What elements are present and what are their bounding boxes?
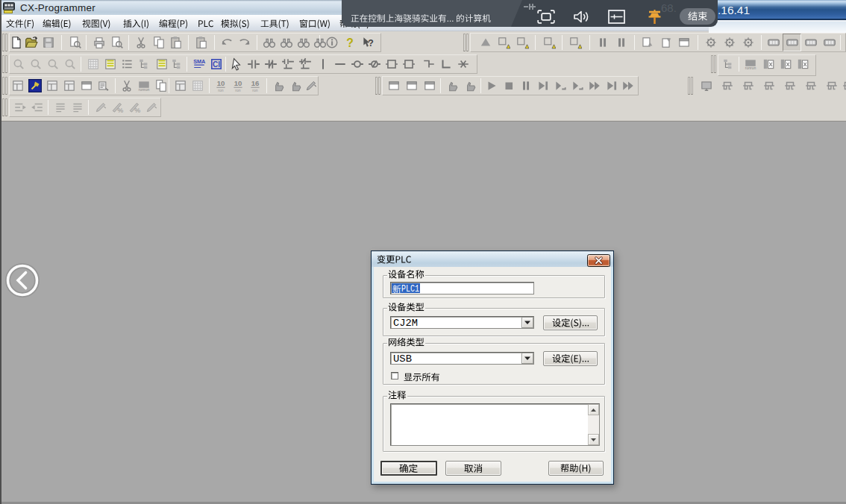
svg-text:ronron: ronron: [745, 66, 756, 70]
svg-text:?: ?: [346, 37, 354, 49]
svg-text:ron: ron: [252, 88, 257, 92]
svg-text:%: %: [117, 107, 123, 114]
svg-text:CJ2M: CJ2M: [393, 318, 418, 328]
svg-text:PLC1: PLC1: [401, 284, 419, 294]
svg-text:10: 10: [234, 79, 242, 87]
svg-text:CI: CI: [213, 60, 220, 69]
svg-text:%: %: [134, 107, 140, 114]
svg-text:ron: ron: [235, 88, 240, 92]
svg-text:16: 16: [251, 79, 260, 87]
svg-text:10: 10: [217, 79, 225, 87]
svg-text:ronron: ronron: [139, 87, 150, 92]
svg-text:SMA: SMA: [193, 58, 206, 65]
svg-text:?: ?: [368, 38, 374, 48]
svg-text:USB: USB: [393, 354, 412, 364]
svg-text:ron: ron: [218, 88, 223, 92]
